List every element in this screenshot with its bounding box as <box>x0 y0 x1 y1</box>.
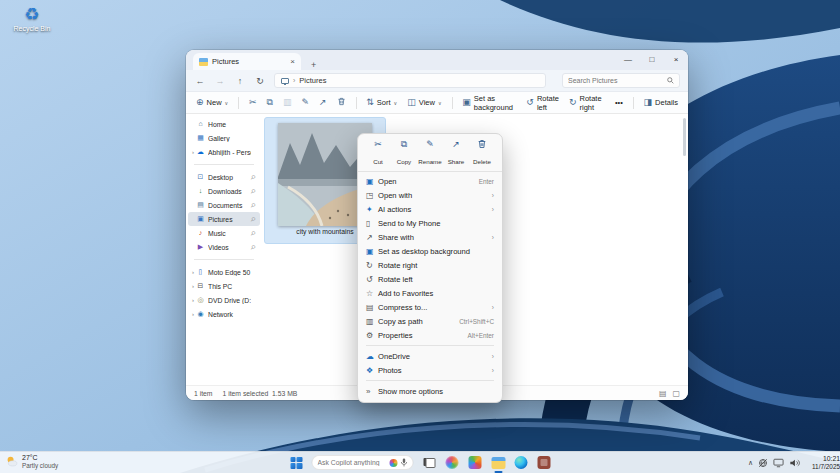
rotate-left-icon: ↺ <box>526 98 534 107</box>
context-menu-item[interactable]: ✦ AI actions › <box>358 202 502 216</box>
rotate-left-button[interactable]: ↺ Rotate left <box>522 92 563 114</box>
downloads-icon: ↓ <box>196 187 205 195</box>
copilot-app-button[interactable] <box>445 455 460 470</box>
sidebar-item[interactable]: › ◉ Network <box>188 307 260 321</box>
context-menu-item[interactable]: ☆ Add to Favorites <box>358 286 502 300</box>
compress-icon: ▤ <box>366 303 378 312</box>
rename-quick-button[interactable]: ✎ Rename <box>418 139 442 168</box>
task-view-button[interactable] <box>422 455 437 470</box>
share-button[interactable]: ↗ <box>315 96 331 109</box>
copilot-app-icon <box>446 456 459 469</box>
sidebar-item[interactable]: › ▯ Moto Edge 50 Neo <box>188 265 260 279</box>
menu-item-shortcut: Ctrl+Shift+C <box>459 318 494 325</box>
context-menu-item[interactable]: ☁ OneDrive › <box>358 349 502 363</box>
sidebar-item[interactable]: ▣ Pictures ⚲ <box>188 212 260 226</box>
recycle-bin-label: Recycle Bin <box>8 25 56 32</box>
search-input[interactable] <box>568 77 667 84</box>
search-box[interactable] <box>562 73 680 88</box>
display-icon[interactable] <box>773 458 784 468</box>
copy-button[interactable]: ⧉ <box>263 96 277 109</box>
context-menu-item[interactable]: ❖ Photos › <box>358 363 502 377</box>
forward-button[interactable]: → <box>214 76 226 86</box>
sidebar-item-label: Music <box>208 230 251 237</box>
refresh-button[interactable]: ↻ <box>254 76 266 86</box>
start-button[interactable] <box>289 455 304 470</box>
copilot-search-input[interactable] <box>318 459 387 466</box>
sidebar-item[interactable]: ▦ Gallery <box>188 131 260 145</box>
file-explorer-icon <box>491 457 505 469</box>
sidebar-item[interactable]: ⊡ Desktop ⚲ <box>188 170 260 184</box>
rotate-right-button[interactable]: ↻ Rotate right <box>565 92 609 114</box>
sidebar-item[interactable]: ⌂ Home <box>188 117 260 131</box>
context-menu-item[interactable] <box>366 380 494 381</box>
context-menu-item[interactable] <box>366 345 494 346</box>
sidebar-item[interactable]: ▶ Videos ⚲ <box>188 240 260 254</box>
breadcrumb[interactable]: › Pictures <box>274 73 546 88</box>
new-button[interactable]: ⊕ New ∨ <box>192 96 232 109</box>
tab-pictures[interactable]: Pictures × <box>193 53 301 70</box>
network-status-icon[interactable] <box>758 458 768 468</box>
context-menu-item[interactable]: ▤ Compress to... › <box>358 300 502 314</box>
sidebar-item[interactable] <box>194 259 254 260</box>
details-view-toggle-icon[interactable]: ▤ <box>659 389 667 398</box>
rename-button[interactable]: ✎ <box>297 96 313 109</box>
speaker-icon[interactable] <box>789 458 800 468</box>
paste-button[interactable]: ▥ <box>279 96 296 109</box>
cut-button[interactable]: ✂ <box>245 96 261 109</box>
maximize-button[interactable]: □ <box>640 50 664 69</box>
context-menu-item[interactable]: » Show more options <box>358 384 502 398</box>
recycle-bin-desktop-icon[interactable]: ♻ Recycle Bin <box>8 5 56 32</box>
context-menu-item[interactable]: ↻ Rotate right <box>358 258 502 272</box>
weather-widget[interactable]: 27°C Partly cloudy <box>5 454 58 469</box>
sidebar-item[interactable]: › ☁ Abhijith - Personal <box>188 145 260 159</box>
context-menu-item[interactable]: ▥ Copy as path Ctrl+Shift+C <box>358 314 502 328</box>
context-menu-item[interactable]: ↺ Rotate left <box>358 272 502 286</box>
sort-button[interactable]: ⇅ Sort ∨ <box>362 96 401 109</box>
sidebar-item[interactable]: ♪ Music ⚲ <box>188 226 260 240</box>
more-options-button[interactable]: ••• <box>611 96 627 109</box>
cut-quick-button[interactable]: ✂ Cut <box>366 139 390 168</box>
tab-close-icon[interactable]: × <box>290 57 295 66</box>
rename-icon: ✎ <box>418 139 442 150</box>
new-tab-button[interactable]: + <box>311 60 316 70</box>
pinned-app-button[interactable] <box>537 455 552 470</box>
divider <box>356 97 357 109</box>
vertical-scrollbar[interactable] <box>683 118 686 156</box>
delete-button[interactable] <box>333 95 350 110</box>
close-button[interactable]: × <box>664 50 688 69</box>
plus-circle-icon: ⊕ <box>196 98 204 107</box>
edge-browser-button[interactable] <box>514 455 529 470</box>
context-menu-item[interactable]: ↗ Share with › <box>358 230 502 244</box>
taskbar-search[interactable] <box>312 455 414 470</box>
minimize-button[interactable]: — <box>616 50 640 69</box>
context-menu-item[interactable]: ▯ Send to My Phone <box>358 216 502 230</box>
details-pane-button[interactable]: ◨ Details <box>640 96 682 109</box>
file-explorer-button[interactable] <box>491 455 506 470</box>
taskbar-clock[interactable]: 10:21 11/7/2025 <box>807 455 840 470</box>
microphone-icon <box>401 458 408 467</box>
windows-logo-icon <box>290 457 302 469</box>
sidebar-item-label: Desktop <box>208 174 251 181</box>
context-menu-item[interactable]: ◳ Open with › <box>358 188 502 202</box>
view-button[interactable]: ◫ View ∨ <box>403 96 445 109</box>
hidden-icons-chevron-icon[interactable]: ∧ <box>748 459 753 467</box>
sidebar-item[interactable]: › ◎ DVD Drive (D:) CCC <box>188 293 260 307</box>
back-button[interactable]: ← <box>194 76 206 86</box>
delete-quick-button[interactable]: Delete <box>470 139 494 168</box>
set-as-background-button[interactable]: ▣ Set as background <box>458 92 520 114</box>
context-menu-item[interactable]: ⚙ Properties Alt+Enter <box>358 328 502 342</box>
share-quick-button[interactable]: ↗ Share <box>444 139 468 168</box>
sidebar-item[interactable]: › ⊟ This PC <box>188 279 260 293</box>
copy-quick-button[interactable]: ⧉ Copy <box>392 139 416 168</box>
photos-app-button[interactable] <box>468 455 483 470</box>
sidebar-item-label: Videos <box>208 244 251 251</box>
rename-icon: ✎ <box>301 98 309 107</box>
thumbnail-view-toggle-icon[interactable]: ▢ <box>672 389 680 398</box>
sidebar-item[interactable] <box>194 164 254 165</box>
sidebar-item[interactable]: ↓ Downloads ⚲ <box>188 184 260 198</box>
menu-item-label: OneDrive <box>378 352 492 361</box>
context-menu-item[interactable]: ▣ Set as desktop background <box>358 244 502 258</box>
context-menu-item[interactable]: ▣ Open Enter <box>358 174 502 188</box>
up-button[interactable]: ↑ <box>234 76 246 86</box>
sidebar-item[interactable]: ▤ Documents ⚲ <box>188 198 260 212</box>
